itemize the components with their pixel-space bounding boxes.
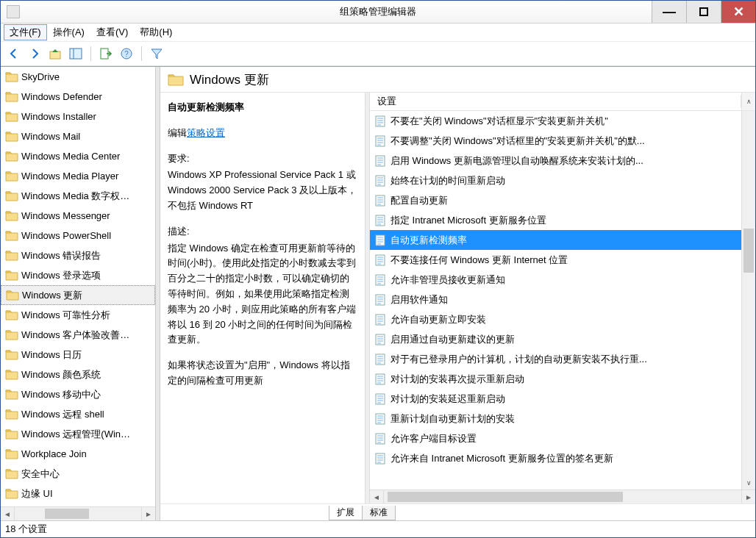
folder-icon — [168, 73, 184, 86]
tree-view[interactable]: SkyDriveWindows DefenderWindows Installe… — [1, 67, 155, 506]
list-item[interactable]: 指定 Intranet Microsoft 更新服务位置 — [370, 210, 741, 230]
tree-item[interactable]: Windows Mail — [1, 126, 155, 146]
scroll-right-icon[interactable]: ► — [741, 490, 755, 503]
vertical-splitter[interactable] — [155, 67, 160, 520]
menu-action[interactable]: 操作(A) — [47, 24, 90, 40]
tree-item-label: Windows Installer — [21, 111, 96, 122]
svg-rect-0 — [700, 8, 707, 15]
tree-item[interactable]: Windows Installer — [1, 107, 155, 126]
list-item[interactable]: 允许自动更新立即安装 — [370, 309, 741, 329]
list-item[interactable]: 对于有已登录用户的计算机，计划的自动更新安装不执行重... — [370, 349, 741, 369]
tree-item[interactable]: Windows Defender — [1, 87, 155, 107]
tab-extended[interactable]: 扩展 — [329, 506, 363, 520]
list-item[interactable]: 不要调整"关闭 Windows"对话框里的"安装更新并关机"的默... — [370, 131, 741, 151]
scroll-down-icon[interactable]: ∨ — [742, 476, 755, 489]
tree-item-label: Windows 更新 — [22, 289, 82, 302]
close-button[interactable]: ✕ — [721, 1, 755, 23]
tree-item[interactable]: Windows 客户体验改善… — [1, 325, 155, 345]
description-splitter[interactable] — [365, 93, 370, 503]
scroll-thumb[interactable] — [388, 492, 623, 502]
list-item[interactable]: 启用通过自动更新建议的更新 — [370, 329, 741, 349]
list-item-label: 自动更新检测频率 — [391, 234, 467, 247]
scroll-right-icon[interactable]: ► — [141, 507, 155, 520]
export-list-button[interactable] — [97, 45, 115, 62]
scroll-left-icon[interactable]: ◄ — [370, 490, 384, 503]
minimize-button[interactable]: — — [652, 1, 686, 23]
list-item-label: 允许来自 Intranet Microsoft 更新服务位置的签名更新 — [391, 452, 613, 465]
list-item[interactable]: 启用 Windows 更新电源管理以自动唤醒系统来安装计划的... — [370, 151, 741, 171]
tree-item[interactable]: Windows 可靠性分析 — [1, 305, 155, 325]
column-header-setting[interactable]: 设置 — [370, 95, 741, 108]
tree-item[interactable]: Windows PowerShell — [1, 226, 155, 245]
list-item[interactable]: 允许客户端目标设置 — [370, 428, 741, 448]
tree-item[interactable]: Windows 更新 — [1, 285, 155, 305]
nav-back-button[interactable] — [5, 45, 23, 62]
tree-item[interactable]: Windows 登录选项 — [1, 265, 155, 285]
tree-item[interactable]: Windows 日历 — [1, 345, 155, 365]
nav-up-button[interactable] — [46, 45, 64, 62]
maximize-button[interactable] — [686, 1, 721, 23]
toolbar-separator — [90, 46, 91, 61]
filter-button[interactable] — [148, 45, 165, 62]
tree-item[interactable]: Windows 远程 shell — [1, 404, 155, 424]
toolbar: ? — [1, 42, 755, 66]
settings-list[interactable]: 不要在"关闭 Windows"对话框显示"安装更新并关机"不要调整"关闭 Win… — [370, 111, 741, 489]
folder-icon — [5, 389, 18, 400]
list-item[interactable]: 重新计划自动更新计划的安装 — [370, 409, 741, 428]
list-item[interactable]: 配置自动更新 — [370, 190, 741, 210]
tab-standard[interactable]: 标准 — [362, 506, 396, 520]
scroll-left-icon[interactable]: ◄ — [1, 507, 15, 520]
scroll-thumb[interactable] — [743, 229, 754, 273]
folder-icon — [5, 230, 18, 241]
list-item[interactable]: 启用软件通知 — [370, 290, 741, 309]
edit-policy-link[interactable]: 策略设置 — [187, 127, 225, 138]
tree-item[interactable]: Windows Messenger — [1, 206, 155, 226]
policy-icon — [374, 135, 386, 147]
list-horizontal-scrollbar[interactable]: ◄ ► — [370, 489, 755, 503]
tree-item[interactable]: Windows Media Player — [1, 166, 155, 186]
app-icon — [7, 5, 20, 18]
tree-item[interactable]: Windows 移动中心 — [1, 384, 155, 404]
folder-icon — [5, 171, 18, 182]
tree-item[interactable]: Windows Media 数字权… — [1, 186, 155, 206]
show-hide-tree-button[interactable] — [67, 45, 85, 62]
tree-item-label: 边缘 UI — [21, 487, 53, 501]
list-item[interactable]: 不要在"关闭 Windows"对话框显示"安装更新并关机" — [370, 111, 741, 131]
tree-horizontal-scrollbar[interactable]: ◄ ► — [1, 506, 155, 520]
folder-icon — [5, 111, 18, 122]
tree-item[interactable]: Windows 远程管理(Win… — [1, 424, 155, 444]
menu-file[interactable]: 文件(F) — [4, 24, 47, 40]
view-tabs: 扩展 标准 — [160, 503, 755, 520]
scroll-thumb[interactable] — [45, 509, 89, 519]
window-title: 组策略管理编辑器 — [1, 5, 755, 18]
folder-icon — [5, 250, 18, 261]
list-item[interactable]: 始终在计划的时间重新启动 — [370, 171, 741, 190]
list-item[interactable]: 允许来自 Intranet Microsoft 更新服务位置的签名更新 — [370, 448, 741, 468]
folder-icon — [5, 409, 18, 420]
description-body: 指定 Windows 确定在检查可用更新前等待的时间(小时)。使用此处指定的小时… — [168, 241, 357, 348]
tree-item[interactable]: Windows Media Center — [1, 146, 155, 166]
help-button[interactable]: ? — [118, 45, 135, 62]
list-item[interactable]: 对计划的安装延迟重新启动 — [370, 389, 741, 409]
nav-forward-button[interactable] — [26, 45, 43, 62]
list-item[interactable]: 不要连接任何 Windows 更新 Internet 位置 — [370, 250, 741, 270]
toolbar-separator — [141, 46, 142, 61]
tree-item[interactable]: Windows 颜色系统 — [1, 365, 155, 384]
folder-icon — [5, 488, 18, 499]
policy-icon — [374, 373, 386, 385]
tree-item[interactable]: SkyDrive — [1, 67, 155, 87]
tree-item[interactable]: 安全中心 — [1, 464, 155, 484]
list-item[interactable]: 对计划的安装再次提示重新启动 — [370, 369, 741, 389]
menu-view[interactable]: 查看(V) — [90, 24, 134, 40]
list-vertical-scrollbar[interactable]: ∨ — [741, 111, 755, 489]
policy-icon — [374, 433, 386, 445]
tree-item[interactable]: 边缘 UI — [1, 484, 155, 503]
list-item[interactable]: 允许非管理员接收更新通知 — [370, 270, 741, 290]
tree-item[interactable]: Workplace Join — [1, 444, 155, 464]
list-item[interactable]: 自动更新检测频率 — [370, 230, 741, 250]
menu-help[interactable]: 帮助(H) — [134, 24, 178, 40]
scroll-up-icon[interactable]: ∧ — [741, 93, 755, 110]
tree-item-label: 安全中心 — [21, 467, 60, 481]
tree-item[interactable]: Windows 错误报告 — [1, 245, 155, 265]
policy-icon — [374, 354, 386, 365]
